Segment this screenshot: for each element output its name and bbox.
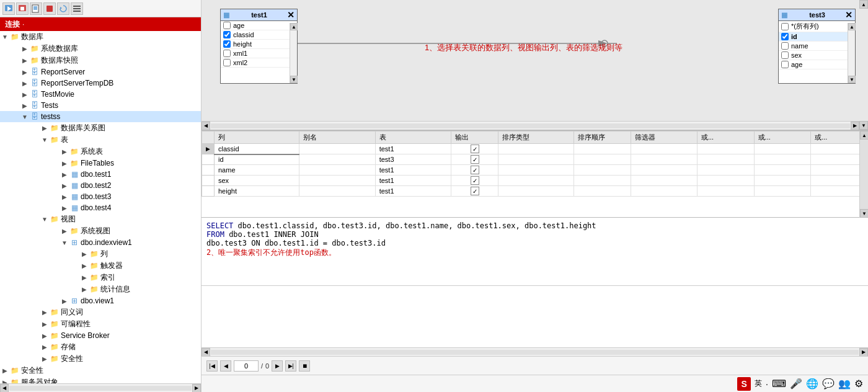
expand-tests[interactable]: ▶ [20, 100, 30, 110]
table1-scroll-up[interactable]: ▲ [290, 23, 298, 30]
expand-security[interactable]: ▶ [0, 366, 10, 376]
grid-cell-filter-2[interactable] [631, 154, 698, 165]
grid-scroll-up[interactable]: ▲ [860, 131, 868, 140]
table-box-test3-header[interactable]: ▦ test3 ✕ [779, 9, 855, 21]
grid-cell-sort-type-3[interactable] [498, 165, 574, 176]
tree-item-synonyms[interactable]: ▶ 📁 同义词 [0, 306, 201, 318]
tree-item-dbo-test4[interactable]: ▶ ▦ dbo.test4 [0, 202, 201, 213]
grid-cell-alias-1[interactable] [299, 144, 375, 154]
check-test3-name[interactable] [781, 42, 789, 50]
tree-item-dbo-test3[interactable]: ▶ ▦ dbo.test3 [0, 191, 201, 202]
grid-cell-filter-1[interactable] [631, 144, 698, 154]
tree-item-system-db[interactable]: ▶ 📁 系统数据库 [0, 43, 201, 55]
sidebar-scroll-right[interactable]: ▶ [192, 384, 201, 393]
field-test1-age[interactable]: age [221, 21, 297, 30]
disconnect-button[interactable] [16, 2, 29, 15]
grid-cell-sort-order-1[interactable] [574, 144, 631, 154]
grid-cell-sort-type-5[interactable] [498, 186, 574, 197]
tree-item-triggers[interactable]: ▶ 📁 触发器 [0, 260, 201, 272]
grid-cell-col-2[interactable]: id [215, 154, 299, 165]
check-test3-all[interactable] [781, 23, 789, 30]
diagram-hscroll-left[interactable]: ◀ [202, 122, 210, 130]
expand-databases[interactable]: ▼ [0, 32, 10, 42]
check-output-3[interactable] [471, 166, 479, 174]
expand-dbo-test1[interactable]: ▶ [60, 169, 69, 179]
grid-cell-or2-5[interactable] [754, 186, 811, 197]
grid-cell-col-1[interactable]: classid [215, 144, 299, 154]
grid-cell-sort-type-2[interactable] [498, 154, 574, 165]
expand-system-views[interactable]: ▶ [60, 226, 69, 236]
expand-views[interactable]: ▼ [40, 215, 50, 225]
tree-item-views[interactable]: ▼ 📁 视图 [0, 213, 201, 225]
field-test1-classid[interactable]: classid [221, 30, 297, 40]
expand-dbo-test3[interactable]: ▶ [60, 192, 69, 202]
grid-cell-filter-3[interactable] [631, 165, 698, 176]
expand-dbo-indexview1[interactable]: ▼ [60, 238, 69, 247]
tree-item-service-broker[interactable]: ▶ 📁 Service Broker [0, 330, 201, 341]
tree-item-testmovie[interactable]: ▶ 🗄 TestMovie [0, 89, 201, 100]
grid-cell-sort-order-5[interactable] [574, 186, 631, 197]
check-test1-classid[interactable] [223, 31, 231, 38]
expand-programmability[interactable]: ▶ [40, 319, 50, 329]
expand-reportserver[interactable]: ▶ [20, 67, 30, 77]
check-output-2[interactable] [471, 155, 479, 164]
grid-cell-or1-1[interactable] [697, 144, 754, 154]
tree-item-db-diagram[interactable]: ▶ 📁 数据库关系图 [0, 122, 201, 134]
expand-triggers[interactable]: ▶ [79, 261, 89, 271]
connect-button[interactable] [2, 2, 15, 15]
tree-item-dbo-test1[interactable]: ▶ ▦ dbo.test1 [0, 169, 201, 180]
check-test3-id[interactable] [781, 33, 789, 40]
expand-dbo-view1[interactable]: ▶ [60, 296, 69, 306]
check-test1-age[interactable] [223, 22, 231, 29]
check-test3-age[interactable] [781, 61, 789, 68]
grid-cell-output-5[interactable] [451, 186, 498, 197]
field-test3-sex[interactable]: sex [779, 51, 855, 60]
expand-service-broker[interactable]: ▶ [40, 331, 50, 341]
check-test1-xml1[interactable] [223, 50, 231, 57]
tree-item-system-tables[interactable]: ▶ 📁 系统表 [0, 146, 201, 158]
field-test1-height[interactable]: height [221, 40, 297, 49]
field-test3-age[interactable]: age [779, 60, 855, 69]
sidebar-scroll-left[interactable]: ◀ [0, 384, 9, 393]
grid-cell-filter-4[interactable] [631, 176, 698, 186]
check-test1-height[interactable] [223, 40, 231, 48]
bottom-scroll-left[interactable]: ◀ [202, 348, 210, 357]
grid-cell-alias-2[interactable] [299, 154, 375, 165]
tree-item-reportserver[interactable]: ▶ 🗄 ReportServer [0, 66, 201, 78]
tree-item-db-snapshots[interactable]: ▶ 📁 数据库快照 [0, 55, 201, 66]
table-box-test3-close[interactable]: ✕ [845, 11, 852, 19]
tree-item-dbo-test2[interactable]: ▶ ▦ dbo.test2 [0, 180, 201, 191]
grid-cell-output-4[interactable] [451, 176, 498, 186]
check-output-1[interactable] [471, 145, 479, 153]
expand-tables[interactable]: ▼ [40, 135, 50, 145]
tree-item-security-sub[interactable]: ▶ 📁 安全性 [0, 353, 201, 365]
tree-item-databases[interactable]: ▼ 📁 数据库 [0, 31, 201, 43]
grid-cell-or2-4[interactable] [754, 176, 811, 186]
grid-cell-alias-4[interactable] [299, 176, 375, 186]
tree-item-programmability[interactable]: ▶ 📁 可编程性 [0, 318, 201, 330]
field-test3-all[interactable]: *(所有列) [779, 21, 855, 32]
grid-cell-or1-5[interactable] [697, 186, 754, 197]
tree-item-filetables[interactable]: ▶ 📁 FileTables [0, 158, 201, 169]
tree-item-stats[interactable]: ▶ 📁 统计信息 [0, 283, 201, 295]
expand-synonyms[interactable]: ▶ [40, 308, 50, 318]
diagram-hscroll-right[interactable]: ▶ [851, 122, 859, 130]
table-box-test1-header[interactable]: ▦ test1 ✕ [221, 9, 297, 21]
bottom-scroll-right[interactable]: ▶ [859, 348, 868, 357]
expand-db-diagram[interactable]: ▶ [40, 123, 50, 133]
expand-filetables[interactable]: ▶ [60, 158, 69, 168]
expand-server-objects[interactable]: ▶ [0, 378, 10, 384]
field-test3-id[interactable]: id [779, 32, 855, 42]
grid-cell-or2-2[interactable] [754, 154, 811, 165]
grid-cell-alias-5[interactable] [299, 186, 375, 197]
grid-cell-alias-3[interactable] [299, 165, 375, 176]
tree-item-indexes[interactable]: ▶ 📁 索引 [0, 272, 201, 283]
grid-cell-filter-5[interactable] [631, 186, 698, 197]
expand-testmovie[interactable]: ▶ [20, 89, 30, 99]
expand-security-sub[interactable]: ▶ [40, 354, 50, 364]
nav-prev-button[interactable]: ◀ [220, 360, 231, 372]
tree-item-columns[interactable]: ▶ 📁 列 [0, 248, 201, 260]
grid-cell-output-3[interactable] [451, 165, 498, 176]
expand-reportservertempdb[interactable]: ▶ [20, 78, 30, 88]
table1-scroll-down[interactable]: ▼ [290, 76, 298, 83]
